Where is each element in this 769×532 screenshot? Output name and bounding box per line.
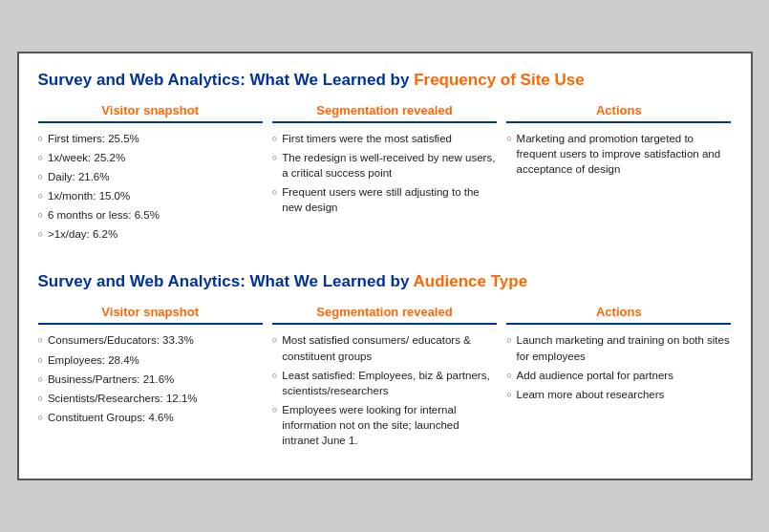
section1-col1: Visitor snapshot First timers: 25.5% 1x/… [38, 103, 263, 246]
section2-title-plain: Survey and Web Analytics: What We Learne… [38, 272, 414, 290]
section2-col1: Visitor snapshot Consumers/Educators: 33… [38, 305, 263, 452]
section2-col1-list: Consumers/Educators: 33.3% Employees: 28… [38, 332, 263, 424]
section1-title-plain: Survey and Web Analytics: What We Learne… [38, 71, 415, 89]
section1-col3-content: Marketing and promotion targeted to freq… [506, 131, 731, 177]
list-item: Daily: 21.6% [38, 169, 263, 184]
section1-col2-content: First timers were the most satisfied The… [272, 131, 497, 215]
section2-col2-content: Most satisfied consumers/ educators & co… [272, 332, 497, 448]
section1-col2: Segmentation revealed First timers were … [272, 103, 497, 246]
section1-col3-list: Marketing and promotion targeted to freq… [506, 131, 731, 177]
section2-col3: Actions Launch marketing and training on… [506, 305, 731, 452]
list-item: Marketing and promotion targeted to freq… [506, 131, 731, 177]
list-item: Learn more about researchers [506, 387, 731, 402]
list-item: Consumers/Educators: 33.3% [38, 332, 263, 348]
section2-title-highlight: Audience Type [413, 272, 527, 290]
list-item: Launch marketing and training on both si… [506, 332, 731, 363]
list-item: Constituent Groups: 4.6% [38, 410, 263, 425]
list-item: Most satisfied consumers/ educators & co… [272, 332, 497, 363]
section1-col3-header: Actions [506, 103, 731, 123]
list-item: 1x/month: 15.0% [38, 188, 263, 203]
list-item: Add audience portal for partners [506, 368, 731, 383]
section2-col2: Segmentation revealed Most satisfied con… [272, 305, 497, 452]
main-page: Survey and Web Analytics: What We Learne… [17, 52, 753, 480]
list-item: 6 months or less: 6.5% [38, 207, 263, 223]
section1-title: Survey and Web Analytics: What We Learne… [38, 71, 732, 90]
section2-col2-list: Most satisfied consumers/ educators & co… [272, 332, 497, 448]
section2-col1-content: Consumers/Educators: 33.3% Employees: 28… [38, 332, 263, 424]
section1-col1-header: Visitor snapshot [38, 103, 263, 123]
list-item: First timers were the most satisfied [272, 131, 497, 146]
section1-col1-list: First timers: 25.5% 1x/week: 25.2% Daily… [38, 131, 263, 243]
section1-col2-list: First timers were the most satisfied The… [272, 131, 497, 215]
list-item: Business/Partners: 21.6% [38, 372, 263, 387]
section2-grid: Visitor snapshot Consumers/Educators: 33… [38, 305, 732, 452]
list-item: Frequent users were still adjusting to t… [272, 184, 497, 215]
section2-col3-content: Launch marketing and training on both si… [506, 332, 731, 401]
section1-title-highlight: Frequency of Site Use [414, 71, 585, 89]
section1: Survey and Web Analytics: What We Learne… [38, 71, 732, 246]
section1-grid: Visitor snapshot First timers: 25.5% 1x/… [38, 103, 732, 246]
list-item: Employees were looking for internal info… [272, 402, 497, 448]
section2-col1-header: Visitor snapshot [38, 305, 263, 325]
list-item: >1x/day: 6.2% [38, 226, 263, 242]
list-item: Least satisfied: Employees, biz & partne… [272, 368, 497, 398]
list-item: The redesign is well-received by new use… [272, 150, 497, 181]
list-item: First timers: 25.5% [38, 131, 263, 146]
section1-col1-content: First timers: 25.5% 1x/week: 25.2% Daily… [38, 131, 263, 243]
section1-col2-header: Segmentation revealed [272, 103, 497, 123]
list-item: Employees: 28.4% [38, 352, 263, 368]
list-item: 1x/week: 25.2% [38, 150, 263, 165]
section2-title: Survey and Web Analytics: What We Learne… [38, 272, 732, 291]
divider [38, 255, 732, 272]
section2-col3-header: Actions [506, 305, 731, 325]
section2: Survey and Web Analytics: What We Learne… [38, 272, 732, 452]
section1-col3: Actions Marketing and promotion targeted… [506, 103, 731, 246]
list-item: Scientists/Researchers: 12.1% [38, 391, 263, 406]
section2-col3-list: Launch marketing and training on both si… [506, 332, 731, 401]
section2-col2-header: Segmentation revealed [272, 305, 497, 325]
